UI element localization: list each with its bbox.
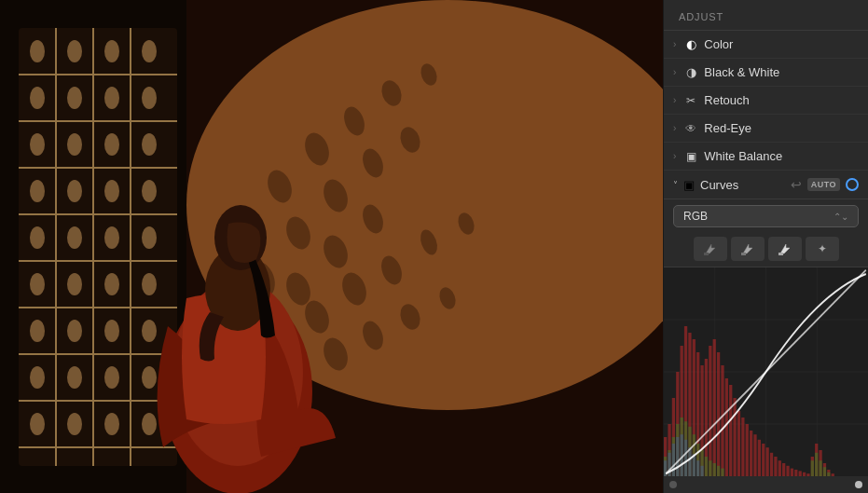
svg-point-49	[67, 413, 82, 435]
svg-point-18	[104, 40, 119, 62]
svg-rect-122	[778, 460, 781, 476]
svg-rect-115	[750, 431, 752, 476]
rgb-channel-value: RGB	[683, 210, 708, 223]
histogram-area[interactable]	[664, 267, 868, 476]
redeye-icon: 👁	[683, 122, 698, 135]
color-icon: ◐	[683, 37, 698, 51]
svg-text:✦: ✦	[818, 242, 827, 255]
photo-area	[0, 0, 663, 493]
curve-control-dots	[664, 476, 868, 493]
curves-header[interactable]: ˅ ▣ Curves ↩ AUTO	[664, 171, 868, 199]
panel-header: ADJUST	[664, 0, 868, 31]
curves-toggle-circle[interactable]	[846, 178, 859, 191]
svg-point-23	[142, 87, 157, 109]
svg-rect-113	[741, 418, 744, 476]
svg-point-28	[30, 180, 45, 202]
svg-rect-151	[811, 460, 814, 476]
retouch-label: Retouch	[704, 93, 859, 107]
svg-point-40	[30, 320, 45, 342]
svg-point-25	[67, 133, 82, 156]
adjust-item-redeye[interactable]: › 👁 Red-Eye	[664, 115, 868, 143]
svg-point-42	[104, 320, 119, 342]
svg-point-43	[142, 320, 157, 342]
right-control-dot[interactable]	[855, 481, 862, 488]
svg-point-26	[104, 133, 119, 156]
svg-rect-146	[705, 457, 708, 476]
svg-point-31	[142, 180, 157, 202]
svg-rect-149	[717, 466, 720, 476]
bw-icon: ◑	[683, 65, 698, 79]
svg-rect-114	[746, 424, 749, 476]
svg-rect-84	[741, 253, 746, 255]
adjust-item-wb[interactable]: › ▣ White Balance	[664, 143, 868, 171]
left-control-dot[interactable]	[669, 481, 677, 488]
chevron-right-icon-retouch: ›	[673, 95, 676, 105]
curves-icon: ▣	[683, 178, 695, 192]
svg-rect-112	[737, 411, 740, 476]
svg-point-30	[104, 180, 119, 202]
svg-point-50	[104, 413, 119, 435]
svg-point-41	[67, 320, 82, 342]
rgb-channel-dropdown[interactable]: RGB ⌃⌄	[673, 205, 859, 227]
chevron-right-icon-redeye: ›	[673, 123, 676, 133]
svg-rect-155	[827, 472, 830, 476]
wb-icon: ▣	[683, 150, 698, 163]
svg-rect-119	[766, 447, 769, 476]
svg-point-46	[104, 366, 119, 389]
color-label: Color	[704, 37, 859, 51]
adjust-item-color[interactable]: › ◐ Color	[664, 31, 868, 59]
grey-point-eyedropper-button[interactable]	[731, 237, 765, 261]
svg-point-36	[30, 273, 45, 295]
svg-rect-158	[672, 444, 675, 476]
bw-label: Black & White	[704, 65, 859, 79]
svg-point-34	[104, 226, 119, 249]
svg-rect-105	[709, 346, 711, 476]
auto-white-balance-button[interactable]: ✦	[806, 237, 839, 261]
svg-rect-116	[753, 434, 756, 476]
svg-rect-85	[778, 253, 783, 255]
svg-rect-164	[696, 460, 699, 476]
svg-rect-161	[684, 440, 687, 476]
white-point-eyedropper-button[interactable]	[768, 237, 802, 261]
adjust-item-retouch[interactable]: › ✂ Retouch	[664, 87, 868, 115]
svg-rect-152	[815, 453, 818, 476]
svg-point-48	[30, 413, 45, 435]
wb-label: White Balance	[704, 149, 859, 163]
eyedropper-bar: ✦	[664, 233, 868, 267]
svg-point-17	[67, 40, 82, 62]
svg-rect-129	[806, 473, 809, 476]
svg-rect-108	[721, 365, 723, 476]
svg-rect-107	[717, 352, 720, 476]
black-point-eyedropper-button[interactable]	[694, 237, 727, 261]
curves-label: Curves	[700, 178, 785, 192]
chevron-right-icon: ›	[673, 39, 676, 49]
svg-rect-154	[823, 467, 826, 476]
svg-rect-120	[770, 453, 773, 476]
svg-point-19	[142, 40, 157, 62]
svg-point-47	[142, 366, 157, 389]
svg-rect-153	[819, 460, 821, 476]
svg-rect-106	[713, 339, 716, 476]
undo-button[interactable]: ↩	[791, 177, 802, 192]
svg-rect-147	[709, 460, 711, 476]
svg-point-35	[142, 226, 157, 249]
retouch-icon: ✂	[683, 94, 698, 107]
svg-rect-125	[791, 469, 793, 476]
svg-rect-123	[782, 463, 785, 476]
svg-point-45	[67, 366, 82, 389]
svg-rect-117	[758, 440, 761, 476]
right-panel: ADJUST › ◐ Color › ◑ Black & White › ✂ R…	[663, 0, 868, 493]
svg-point-16	[30, 40, 45, 62]
svg-point-38	[104, 273, 119, 295]
svg-point-24	[30, 133, 45, 156]
auto-badge[interactable]: AUTO	[807, 178, 840, 191]
svg-point-21	[67, 87, 82, 109]
svg-rect-83	[704, 253, 709, 255]
svg-rect-135	[832, 473, 834, 476]
svg-rect-124	[786, 466, 789, 476]
svg-rect-150	[721, 469, 723, 476]
svg-rect-127	[799, 471, 802, 476]
svg-point-44	[30, 366, 45, 389]
redeye-label: Red-Eye	[704, 121, 859, 135]
adjust-item-bw[interactable]: › ◑ Black & White	[664, 59, 868, 87]
